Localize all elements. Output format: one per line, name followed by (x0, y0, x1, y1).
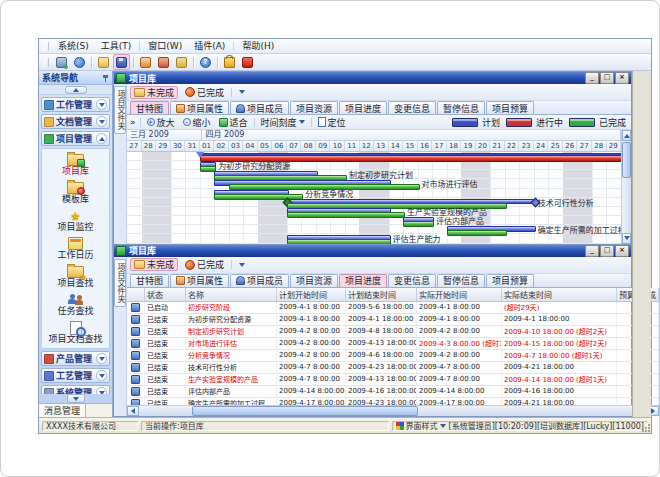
sidebar-item-工作日历[interactable]: 工作日历 (42, 236, 109, 261)
sidebar-group-4[interactable]: 产品管理 (41, 351, 110, 366)
menu-item[interactable]: 帮助(H) (236, 40, 280, 53)
plan-report-button[interactable] (173, 54, 190, 70)
table-row[interactable]: 已结束制定初步研究计划2009-4-2 8:00:002009-4-8 18:0… (127, 326, 659, 338)
sidebar-item-任务查找[interactable]: 任务查找 (42, 292, 109, 317)
sidebar-group-6[interactable]: 系统管理 (41, 385, 110, 394)
group-expand-button[interactable] (96, 99, 107, 110)
group-expand-button[interactable] (96, 387, 107, 394)
column-header-状态[interactable]: 状态 (145, 288, 186, 301)
minimize-button[interactable]: _ (585, 245, 599, 257)
menu-item[interactable]: 插件(A) (188, 40, 231, 53)
tab-项目成员[interactable]: 项目成员 (230, 274, 289, 287)
scroll-thumb[interactable] (622, 142, 631, 178)
tab-项目资源[interactable]: 项目资源 (290, 101, 338, 114)
lock-button[interactable] (221, 54, 238, 70)
tab-项目成员[interactable]: 项目成员 (230, 101, 289, 114)
table-row[interactable]: 已结束分析竞争情况2009-4-2 8:00:002009-4-6 18:00:… (127, 350, 659, 362)
resize-grip[interactable] (642, 424, 650, 432)
menu-grip[interactable] (44, 42, 49, 51)
group-expand-button[interactable] (96, 353, 107, 364)
gantt-bar-in-progress[interactable] (200, 155, 621, 162)
tab-项目预算[interactable]: 项目预算 (486, 101, 534, 114)
tab-项目进度[interactable]: 项目进度 (339, 101, 387, 114)
table-row[interactable]: 已结束对市场进行评估2009-4-2 8:00:002009-4-13 18:0… (127, 338, 659, 350)
sidebar-group-1[interactable]: 工作管理 (41, 97, 110, 112)
sidebar-group-5[interactable]: 工艺管理 (41, 368, 110, 383)
message-button[interactable] (155, 54, 172, 70)
help-button[interactable]: ? (197, 54, 214, 70)
toolbar-overflow-button[interactable]: » (130, 117, 136, 127)
gantt-bar-actual[interactable] (287, 212, 405, 218)
filter-more-button[interactable] (235, 258, 249, 271)
filter-已完成[interactable]: 已完成 (181, 258, 228, 271)
table-row[interactable]: 已结束评估内部产品2009-4-14 8:00:002009-4-16 18:0… (127, 386, 659, 398)
close-button[interactable]: × (615, 72, 629, 84)
table-row[interactable]: 已结束为初步研究分配资源2009-4-1 8:00:002009-4-1 18:… (127, 314, 659, 326)
zoom-in-button[interactable]: +放大 (145, 116, 177, 129)
gantt-vertical-scrollbar[interactable] (621, 130, 631, 244)
tab-项目属性[interactable]: 项目属性 (170, 101, 229, 114)
tab-项目属性[interactable]: 项目属性 (170, 274, 229, 287)
tab-项目资源[interactable]: 项目资源 (290, 274, 338, 287)
column-header-计划结束时间[interactable]: 计划结束时间 (346, 288, 417, 301)
scroll-left-button[interactable] (127, 406, 139, 416)
sidebar-item-项目查找[interactable]: 项目查找 (42, 264, 109, 289)
new-window-button[interactable] (53, 54, 70, 70)
toolbar-grip[interactable] (44, 58, 49, 67)
column-header-计划开始时间[interactable]: 计划开始时间 (277, 288, 346, 301)
sidebar-item-项目文档查找[interactable]: 项目文档查找 (42, 320, 109, 345)
tab-变更信息[interactable]: 变更信息 (388, 101, 436, 114)
minimize-button[interactable]: _ (585, 72, 599, 84)
tab-project-folder[interactable]: 项目文件夹 (114, 259, 126, 307)
pin-icon[interactable] (102, 74, 109, 82)
sidebar-collapse-button[interactable] (65, 86, 87, 94)
table-row[interactable]: 已启动初步研究阶段2009-4-1 8:00:002009-5-6 18:00:… (127, 302, 659, 314)
group-expand-button[interactable] (96, 370, 107, 381)
save-button[interactable] (113, 54, 130, 70)
tab-暂停信息[interactable]: 暂停信息 (437, 101, 485, 114)
tab-message-management[interactable]: 消息管理 (39, 404, 86, 417)
gantt-bar-actual[interactable] (403, 221, 434, 227)
table-row[interactable]: 已结束技术可行性分析2009-4-7 8:00:002009-4-23 18:0… (127, 362, 659, 374)
exit-button[interactable] (239, 54, 256, 70)
column-header-实际结束时间[interactable]: 实际结束时间 (502, 288, 617, 301)
tab-甘特图[interactable]: 甘特图 (130, 274, 169, 287)
column-header-实际开始时间[interactable]: 实际开始时间 (417, 288, 502, 301)
table-horizontal-scrollbar[interactable] (127, 405, 659, 416)
gantt-bar-actual[interactable] (447, 230, 507, 236)
tab-变更信息[interactable]: 变更信息 (388, 274, 436, 287)
scroll-track[interactable] (418, 406, 647, 416)
scroll-track[interactable] (622, 179, 631, 233)
tab-甘特图[interactable]: 甘特图 (130, 101, 169, 114)
group-expand-button[interactable] (96, 133, 107, 144)
menu-item[interactable]: 工具(T) (95, 40, 138, 53)
table-row[interactable]: 已结束生产实验室规模的产品2009-4-7 8:00:002009-4-13 1… (127, 374, 659, 386)
tab-暂停信息[interactable]: 暂停信息 (437, 274, 485, 287)
filter-已完成[interactable]: 已完成 (181, 86, 228, 99)
scroll-thumb[interactable] (192, 406, 417, 416)
tab-项目预算[interactable]: 项目预算 (486, 274, 534, 287)
tab-project-folder[interactable]: 项目文件夹 (114, 86, 126, 134)
menu-item[interactable]: 窗口(W) (142, 40, 188, 53)
close-button[interactable]: × (615, 245, 629, 257)
filter-未完成[interactable]: 未完成 (130, 86, 178, 99)
column-header-名称[interactable]: 名称 (186, 288, 277, 301)
table-row[interactable]: 已结束确定生产所需的加工过程2009-4-17 8:00:002009-4-23… (127, 398, 659, 406)
filter-未完成[interactable]: 未完成 (130, 258, 178, 271)
tab-项目进度[interactable]: 项目进度 (339, 274, 387, 287)
sidebar-more-button[interactable] (67, 394, 85, 403)
restore-button[interactable]: □ (600, 245, 614, 257)
fit-button[interactable]: 适合 (217, 116, 250, 129)
sidebar-group-2[interactable]: 文档管理 (41, 114, 110, 129)
open-folder-button[interactable] (95, 54, 112, 70)
filter-more-button[interactable] (235, 86, 249, 99)
report-button[interactable] (137, 54, 154, 70)
group-expand-button[interactable] (96, 116, 107, 127)
zoom-out-button[interactable]: -缩小 (181, 116, 213, 129)
gantt-bar-actual[interactable] (287, 239, 391, 243)
interface-style-dropdown[interactable]: 界面样式 (406, 421, 438, 431)
scroll-down-button[interactable] (622, 233, 631, 244)
restore-button[interactable]: □ (600, 72, 614, 84)
sidebar-item-模板库[interactable]: 模板库 (42, 180, 109, 205)
menu-item[interactable]: 系统(S) (52, 40, 95, 53)
